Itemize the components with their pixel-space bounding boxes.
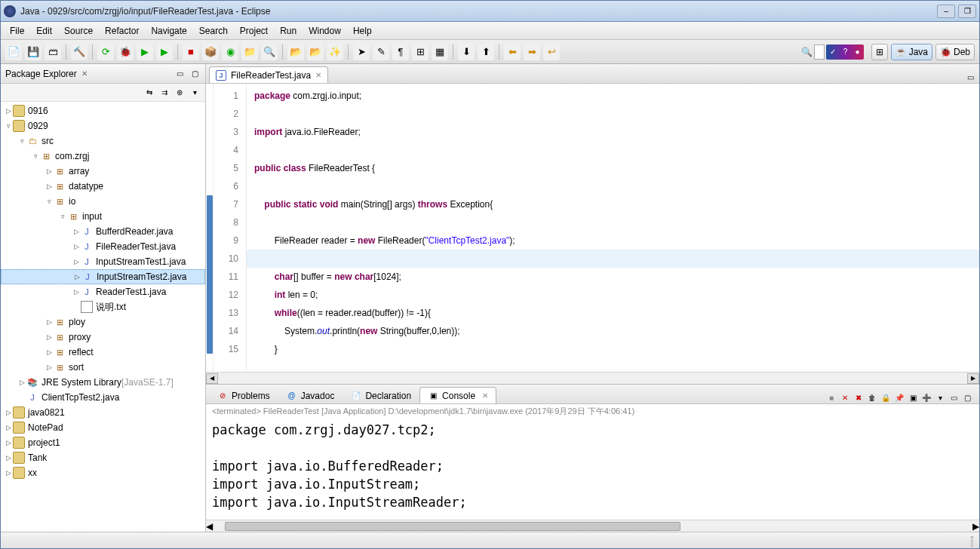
menu-run[interactable]: Run <box>274 23 303 38</box>
tab-close-button[interactable]: ✕ <box>482 391 488 400</box>
open-task-button[interactable]: 📂 <box>287 44 304 60</box>
remove-all-button[interactable]: ✖ <box>853 391 865 403</box>
package-node[interactable]: ▷⊞proxy <box>1 330 205 345</box>
menu-project[interactable]: Project <box>234 23 274 38</box>
run-button[interactable]: ▶ <box>137 44 153 60</box>
panel-minimize-button[interactable]: ▭ <box>948 391 960 403</box>
build-button[interactable]: 🔨 <box>71 44 88 60</box>
display-console-button[interactable]: ▣ <box>907 391 919 403</box>
view-menu-button[interactable]: ▾ <box>189 87 201 99</box>
menu-refactor[interactable]: Refactor <box>99 23 145 38</box>
scroll-right-button[interactable]: ▶ <box>967 373 979 384</box>
package-node[interactable]: ▷⊞sort <box>1 360 205 375</box>
collapse-all-button[interactable]: ⇆ <box>143 87 155 99</box>
text-file-node[interactable]: 说明.txt <box>1 299 205 314</box>
debug-button[interactable]: 🐞 <box>117 44 134 60</box>
java-file-node[interactable]: JClientTcpTest2.java <box>1 390 205 405</box>
console-tab[interactable]: ▣Console✕ <box>419 387 496 403</box>
block-sel-button[interactable]: ▦ <box>432 44 448 60</box>
forward-button[interactable]: ➡ <box>524 44 540 60</box>
project-node[interactable]: ▷NotePad <box>1 420 205 435</box>
new-class-button[interactable]: ◉ <box>222 44 238 60</box>
remove-launch-button[interactable]: ✕ <box>839 391 851 403</box>
java-file-node[interactable]: ▷JInputStreamTest1.java <box>1 254 205 269</box>
open-type-button[interactable]: 📁 <box>241 44 258 60</box>
skip-breakpoints-button[interactable]: ⟳ <box>97 44 114 60</box>
src-folder-node[interactable]: ▿🗀src <box>1 133 205 149</box>
package-node[interactable]: ▿⊞io <box>1 194 205 209</box>
java-file-node[interactable]: ▷JReaderTest1.java <box>1 284 205 299</box>
clear-console-button[interactable]: 🗑 <box>866 391 878 403</box>
link-editor-button[interactable]: ⇉ <box>158 87 171 99</box>
annotation-ruler[interactable] <box>206 84 214 372</box>
menu-search[interactable]: Search <box>193 23 234 38</box>
scroll-left-button[interactable]: ◀ <box>206 373 218 384</box>
package-node[interactable]: ▷⊞array <box>1 164 205 179</box>
menu-source[interactable]: Source <box>58 23 99 38</box>
open-resource-button[interactable]: 📂 <box>307 44 324 60</box>
menu-edit[interactable]: Edit <box>30 23 58 38</box>
package-node[interactable]: ▷⊞datatype <box>1 179 205 194</box>
scroll-thumb[interactable] <box>225 522 680 531</box>
project-node[interactable]: ▷project1 <box>1 435 205 450</box>
quick-access[interactable]: 🔍 ✓?● <box>801 44 864 60</box>
terminate-button[interactable]: ■ <box>825 391 837 403</box>
menu-navigate[interactable]: Navigate <box>145 23 192 38</box>
line-gutter[interactable]: 123456789101112131415 <box>214 84 247 372</box>
package-node[interactable]: ▷⊞ploy <box>1 314 205 330</box>
new-pkg-button[interactable]: 📦 <box>202 44 219 60</box>
search-button[interactable]: 🔍 <box>261 44 278 60</box>
menu-file[interactable]: File <box>4 23 30 38</box>
toggle-mark-button[interactable]: ✎ <box>373 44 389 60</box>
focus-task-button[interactable]: ⊕ <box>174 87 186 99</box>
java-perspective-button[interactable]: ☕Java <box>891 44 932 60</box>
console-output[interactable]: package com.zrgj.day027.tcp2; import jav… <box>206 419 979 520</box>
wand-button[interactable]: ✨ <box>327 44 343 60</box>
panel-close-button[interactable]: ✕ <box>81 69 91 78</box>
package-node[interactable]: ▿⊞input <box>1 209 205 224</box>
problems-tab[interactable]: ⊘Problems <box>209 387 278 403</box>
minimize-button[interactable]: – <box>937 5 955 18</box>
scroll-lock-button[interactable]: 🔒 <box>880 391 892 403</box>
project-node[interactable]: ▷java0821 <box>1 405 205 420</box>
tab-close-button[interactable]: ✕ <box>315 71 321 79</box>
last-edit-button[interactable]: ↩ <box>543 44 560 60</box>
debug-perspective-button[interactable]: 🐞Deb <box>935 44 975 60</box>
project-node[interactable]: ▷0916 <box>1 103 205 118</box>
new-button[interactable]: 📄 <box>5 44 22 60</box>
stop-button[interactable]: ■ <box>183 44 199 60</box>
run-last-button[interactable]: ▶ <box>156 44 173 60</box>
editor-tab[interactable]: J FileReaderTest.java ✕ <box>209 66 328 83</box>
editor-hscroll[interactable]: ◀ ▶ <box>206 372 979 384</box>
maximize-button[interactable]: ❐ <box>958 5 976 18</box>
package-node[interactable]: ▷⊞reflect <box>1 345 205 360</box>
panel-maximize-button[interactable]: ▢ <box>189 68 201 80</box>
scroll-right-button[interactable]: ▶ <box>972 521 979 532</box>
console-menu-button[interactable]: ▾ <box>934 391 946 403</box>
scroll-left-button[interactable]: ◀ <box>206 521 213 532</box>
java-file-node[interactable]: ▷JFileReaderTest.java <box>1 239 205 254</box>
project-node[interactable]: ▷xx <box>1 465 205 480</box>
save-all-button[interactable]: 🗃 <box>45 44 61 60</box>
menu-window[interactable]: Window <box>303 23 347 38</box>
prev-ann-button[interactable]: ⬆ <box>478 44 494 60</box>
back-button[interactable]: ⬅ <box>504 44 521 60</box>
save-button[interactable]: 💾 <box>25 44 41 60</box>
toggle-ws-button[interactable]: ¶ <box>392 44 409 60</box>
next-ann-button[interactable]: ⬇ <box>458 44 475 60</box>
package-node[interactable]: ▿⊞com.zrgj <box>1 149 205 164</box>
pin-console-button[interactable]: 📌 <box>893 391 905 403</box>
quick-access-input[interactable] <box>814 44 825 60</box>
project-node[interactable]: ▷Tank <box>1 450 205 465</box>
panel-minimize-button[interactable]: ▭ <box>174 68 186 80</box>
java-file-node[interactable]: ▷JBufferdReader.java <box>1 224 205 239</box>
panel-maximize-button[interactable]: ▢ <box>961 391 973 403</box>
editor-maximize-button[interactable]: ▭ <box>964 71 976 83</box>
menu-help[interactable]: Help <box>347 23 378 38</box>
javadoc-tab[interactable]: @Javadoc <box>278 387 343 403</box>
explorer-tree[interactable]: ▷0916 ▿0929 ▿🗀src ▿⊞com.zrgj ▷⊞array ▷⊞d… <box>1 102 205 532</box>
code-editor[interactable]: package com.zrgj.io.input; import java.i… <box>247 84 979 372</box>
console-hscroll[interactable]: ◀ ▶ <box>206 520 979 532</box>
open-console-button[interactable]: ➕ <box>920 391 932 403</box>
open-perspective-button[interactable]: ⊞ <box>871 44 888 60</box>
